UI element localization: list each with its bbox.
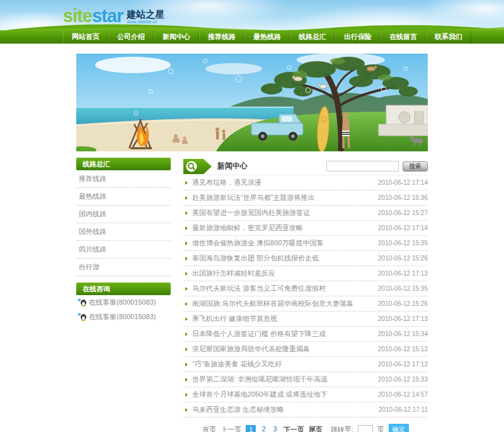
news-list: 遇见布拉格，遇见浪漫 2010-06-12 17:14 赴美旅游新玩法“世界马都… <box>183 175 428 417</box>
news-date: 2010-06-12 17:11 <box>379 406 428 413</box>
news-date: 2010-06-12 17:13 <box>378 315 428 322</box>
news-title-link[interactable]: 借世博会催热旅游业 澳拟800万吸揽中国客 <box>192 238 373 248</box>
routes-list: 推荐线路最热线路国内线路国外线路四川线路自行游 <box>76 170 171 276</box>
sidebar-route-link[interactable]: 最热线路 <box>76 188 171 206</box>
nav-item[interactable]: 最热线路 <box>244 30 290 44</box>
arrow-bullet-icon <box>185 378 188 382</box>
pagination-first[interactable]: 首页 <box>202 425 216 432</box>
news-row: 马尔代夫新玩法 游客当义工可免费住度假村 2010-06-12 15:35 <box>183 281 428 296</box>
arrow-bullet-icon <box>185 317 188 321</box>
pagination-page[interactable]: 2 <box>260 425 267 432</box>
news-row: 马来西亚生态游 生态秘境攻略 2010-06-12 17:11 <box>183 402 428 417</box>
news-date: 2010-06-12 17:12 <box>378 361 428 368</box>
news-date: 2010-06-12 15:35 <box>378 240 428 247</box>
news-date: 2010-06-12 15:35 <box>378 285 428 292</box>
pagination-prev[interactable]: 上一页 <box>220 425 241 432</box>
pagination-pages: 123 <box>246 425 278 432</box>
news-title-link[interactable]: 马来西亚生态游 生态秘境攻略 <box>192 405 374 414</box>
news-row: 最新旅游地朝鲜，密克罗尼西亚攻略 2010-06-12 17:14 <box>183 221 428 236</box>
pagination-go-button[interactable]: 确定 <box>389 424 409 432</box>
news-row: 遇见布拉格，遇见浪漫 2010-06-12 17:14 <box>183 175 428 190</box>
news-date: 2010-06-12 15:26 <box>378 255 428 262</box>
arrow-bullet-icon <box>185 196 188 200</box>
news-title-link[interactable]: 美国有望进一步放宽国内赴美旅游签证 <box>192 208 373 218</box>
arrow-bullet-icon <box>185 226 188 230</box>
news-row: 全球首个月球基地2050年建成 或将选址地下 2010-06-12 14:57 <box>183 387 428 402</box>
news-row: 美国有望进一步放宽国内赴美旅游签证 2010-06-12 15:27 <box>183 206 428 221</box>
nav-item[interactable]: 推荐线路 <box>199 30 244 44</box>
news-row: 日本降低个人游签证门槛 价格有望下降三成 2010-06-12 15:34 <box>183 327 428 342</box>
sidebar-route-link[interactable]: 自行游 <box>76 259 171 276</box>
qq-penguin-icon <box>77 298 87 306</box>
sidebar-route-link[interactable]: 国外线路 <box>76 223 171 241</box>
news-title-link[interactable]: 南湖国旅:马尔代夫航班杯首届华南校际创意大赛落幕 <box>192 299 373 308</box>
nav-item[interactable]: 线路总汇 <box>290 30 335 44</box>
pagination-jump-input[interactable] <box>358 425 373 432</box>
pagination-page-suffix: 页 <box>377 425 384 432</box>
site-header: sitestar 建站之星 www.sitestar.cn <box>0 0 504 30</box>
news-date: 2010-06-12 17:14 <box>378 179 428 186</box>
news-row: “巧”备旅途美食 花钱少又吃好 2010-06-12 17:12 <box>183 357 428 372</box>
news-date: 2010-06-12 15:36 <box>378 194 428 201</box>
online-service-link[interactable]: 在线客服(800015083) <box>76 310 171 324</box>
nav-item[interactable]: 新闻中心 <box>154 30 199 44</box>
search-button[interactable]: 搜索 <box>403 161 428 172</box>
banner-image <box>76 54 428 151</box>
news-title-link[interactable]: 乘飞机出行 健康细节莫忽视 <box>192 314 373 324</box>
news-date: 2010-06-12 17:13 <box>378 270 428 277</box>
left-sidebar: 线路总汇 推荐线路最热线路国内线路国外线路四川线路自行游 在线咨询 <box>76 158 171 432</box>
news-title-link[interactable]: 日本降低个人游签证门槛 价格有望下降三成 <box>192 329 373 339</box>
news-date: 2010-06-12 14:57 <box>378 391 428 398</box>
nav-item[interactable]: 出行保险 <box>335 30 381 44</box>
service-section-title: 在线咨询 <box>76 283 171 295</box>
news-title-link[interactable]: 泰国海岛游恢复出团 部分包机线报价走低 <box>192 254 373 263</box>
online-service-link[interactable]: 在线客服(800015083) <box>76 295 171 310</box>
arrow-bullet-icon <box>185 242 188 245</box>
news-date: 2010-06-12 15:26 <box>378 300 428 307</box>
beach-scene-illustration <box>76 54 428 151</box>
arrow-bullet-icon <box>185 272 188 276</box>
news-row: 世界第二深湖: 非洲坦噶尼喀湖惊现千年高温 2010-06-12 15:33 <box>183 372 428 387</box>
nav-item[interactable]: 网站首页 <box>63 30 108 44</box>
arrow-bullet-icon <box>185 408 188 412</box>
arrow-bullet-icon <box>185 257 188 260</box>
news-title-link[interactable]: 突尼斯国家旅游局驻华代表处隆重揭幕 <box>192 344 373 354</box>
news-title-link[interactable]: 马尔代夫新玩法 游客当义工可免费住度假村 <box>192 284 373 293</box>
nav-item[interactable]: 联系我们 <box>426 30 471 44</box>
nav-item[interactable]: 在线留言 <box>381 30 426 44</box>
grass-hills-decoration <box>0 23 504 30</box>
main-navbar: 网站首页公司介绍新闻中心推荐线路最热线路线路总汇出行保险在线留言联系我们 <box>0 30 504 44</box>
pagination-page[interactable]: 3 <box>272 425 279 432</box>
search-input[interactable] <box>326 161 399 172</box>
service-label: 在线客服(800015083) <box>89 312 156 322</box>
arrow-bullet-icon <box>185 332 188 336</box>
news-date: 2010-06-12 15:27 <box>378 209 428 216</box>
pagination-next[interactable]: 下一页 <box>284 425 304 432</box>
arrow-bullet-icon <box>185 211 188 215</box>
news-row: 泰国海岛游恢复出团 部分包机线报价走低 2010-06-12 15:26 <box>183 251 428 266</box>
sidebar-route-link[interactable]: 推荐线路 <box>76 170 171 188</box>
news-row: 南湖国旅:马尔代夫航班杯首届华南校际创意大赛落幕 2010-06-12 15:2… <box>183 296 428 312</box>
news-title-link[interactable]: 最新旅游地朝鲜，密克罗尼西亚攻略 <box>192 223 373 233</box>
news-title-link[interactable]: 全球首个月球基地2050年建成 或将选址地下 <box>192 390 373 399</box>
pagination-page[interactable]: 1 <box>246 425 256 432</box>
nav-item[interactable]: 公司介绍 <box>108 30 154 44</box>
arrow-bullet-icon <box>185 393 188 397</box>
sidebar-route-link[interactable]: 国内线路 <box>76 206 171 223</box>
sidebar-route-link[interactable]: 四川线路 <box>76 241 171 259</box>
news-panel: 新闻中心 搜索 遇见布拉格，遇见浪漫 2010-06-12 17:14 赴美旅游… <box>183 158 428 432</box>
news-section-icon <box>183 159 212 174</box>
news-title-link[interactable]: 遇见布拉格，遇见浪漫 <box>192 178 373 187</box>
news-title-link[interactable]: 出国旅行怎样减轻时差反应 <box>192 269 373 278</box>
arrow-bullet-icon <box>185 347 188 351</box>
news-row: 乘飞机出行 健康细节莫忽视 2010-06-12 17:13 <box>183 312 428 327</box>
news-title-link[interactable]: 世界第二深湖: 非洲坦噶尼喀湖惊现千年高温 <box>192 375 373 384</box>
pagination-jump-label: 跳转至: <box>331 425 353 432</box>
news-title-link[interactable]: “巧”备旅途美食 花钱少又吃好 <box>192 359 373 369</box>
news-title-link[interactable]: 赴美旅游新玩法“世界马都”主题游将推出 <box>192 193 373 202</box>
arrow-bullet-icon <box>185 287 188 291</box>
arrow-bullet-icon <box>185 302 188 306</box>
news-date: 2010-06-12 15:33 <box>378 376 428 383</box>
news-section-title: 新闻中心 <box>217 161 326 172</box>
pagination-last[interactable]: 尾页 <box>309 425 323 432</box>
